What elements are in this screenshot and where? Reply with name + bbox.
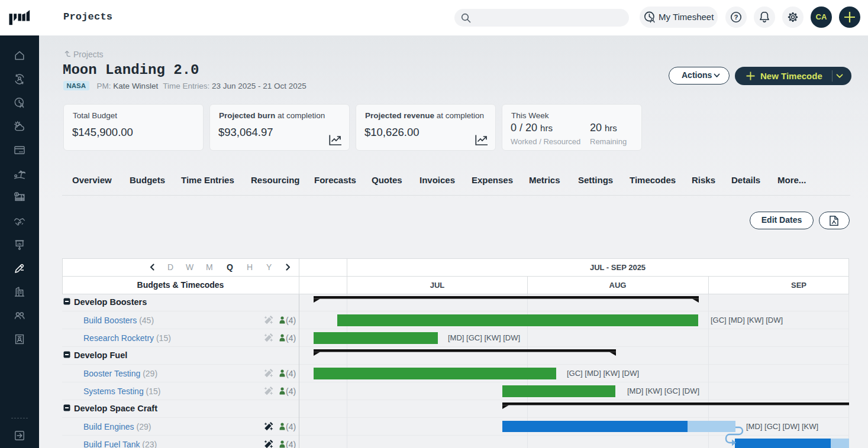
svg-text:?: ? [734,14,738,21]
